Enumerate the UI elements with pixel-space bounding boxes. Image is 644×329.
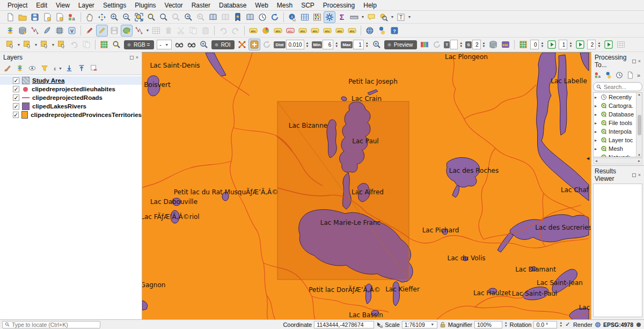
menu-layer[interactable]: Layer (74, 1, 99, 10)
add-polygon-feature-button[interactable] (121, 25, 133, 36)
expand-all-button[interactable] (64, 63, 75, 73)
zoom-last-button[interactable] (182, 11, 194, 23)
chevron-down-icon[interactable]: ▼ (17, 43, 21, 47)
menu-mesh[interactable]: Mesh (273, 1, 297, 10)
vertical-scrollbar[interactable]: ▲▼ (636, 93, 642, 157)
layer-visibility-checkbox[interactable]: ✓ (13, 103, 19, 109)
panel-float-icon[interactable] (632, 173, 636, 177)
radio-icon[interactable] (215, 43, 218, 47)
scp-zoom-to-preview-button[interactable] (371, 39, 383, 50)
unpin-labels-button[interactable] (284, 25, 296, 36)
layer-visibility-checkbox[interactable]: ✓ (13, 112, 19, 118)
chevron-down-icon[interactable]: ▼ (145, 28, 150, 32)
measure-button[interactable] (348, 11, 360, 23)
layer-item-clipedreprojectedroads[interactable]: ✓clipedreprojectedRoads (0, 93, 142, 102)
scroll-right-icon[interactable]: ► (638, 159, 641, 163)
panel-float-icon[interactable] (130, 56, 134, 60)
data-source-manager-button[interactable] (4, 25, 16, 36)
menu-web[interactable]: Web (251, 1, 272, 10)
move-label-button[interactable] (321, 25, 333, 36)
menu-raster[interactable]: Raster (187, 1, 215, 10)
scroll-down-icon[interactable]: ▼ (638, 153, 641, 157)
new-project-button[interactable] (4, 11, 16, 23)
panel-close-icon[interactable]: × (638, 60, 641, 63)
scp-zoom-preview-button[interactable] (198, 39, 210, 50)
pan-to-selection-button[interactable] (96, 11, 108, 23)
magnifier-value[interactable]: 100% (474, 321, 502, 328)
ssr-go-3-button[interactable] (603, 39, 614, 50)
new-temporary-scratch-layer-button[interactable] (54, 25, 65, 36)
menu-plugins[interactable]: Plugins (130, 1, 160, 10)
manage-map-themes-button[interactable] (27, 63, 38, 73)
expand-arrow-icon[interactable]: ▸ (595, 129, 599, 134)
scp-transparency-spin[interactable]: T▲▼ (444, 40, 464, 49)
locator-input[interactable] (12, 321, 92, 328)
scp-kml-button[interactable] (500, 39, 511, 50)
ssr-spin-2[interactable]: 2▲▼ (587, 40, 602, 49)
pin-labels-button[interactable] (272, 25, 284, 36)
text-annotation-button[interactable] (395, 11, 407, 23)
magnifier-stepper[interactable]: ▲▼ (504, 321, 507, 327)
remove-layer-button[interactable] (89, 63, 99, 73)
new-shapefile-layer-button[interactable] (29, 25, 41, 36)
run-feature-action-button[interactable] (378, 11, 390, 23)
panel-close-icon[interactable]: × (638, 173, 641, 177)
layer-labeling-options-button[interactable] (247, 25, 259, 36)
menu-project[interactable]: Project (3, 1, 32, 10)
radio-icon[interactable] (387, 43, 391, 47)
new-virtual-layer-button[interactable] (66, 25, 78, 36)
messages-icon[interactable] (635, 321, 642, 328)
select-by-location-button[interactable] (56, 39, 68, 50)
layer-visibility-checkbox[interactable]: ✓ (13, 86, 19, 92)
coordinate-value[interactable]: 1143444,-4278674 (314, 321, 374, 328)
ssr-grid-button[interactable] (517, 39, 529, 50)
python-console-button[interactable] (376, 25, 388, 36)
scp-preview-pointer-button[interactable] (111, 39, 122, 50)
processing-search[interactable] (593, 82, 642, 91)
select-by-form-button[interactable] (21, 39, 33, 50)
processing-group-recently[interactable]: ▸Recently (594, 93, 636, 101)
menu-edit[interactable]: Edit (32, 1, 52, 10)
processing-group-interpola[interactable]: ▸Interpola (594, 127, 636, 136)
zoom-to-layer-button[interactable] (158, 11, 170, 23)
processing-group-network[interactable]: ▸Network (594, 153, 636, 157)
expand-arrow-icon[interactable]: ▸ (595, 112, 599, 117)
extent-toggle-icon[interactable] (376, 321, 383, 328)
layer-item-clipedlakesrivers[interactable]: ✓clipedLakesRivers (0, 102, 142, 111)
open-layer-styling-button[interactable] (2, 63, 13, 73)
chevron-down-icon[interactable]: ▼ (390, 15, 394, 19)
python-models-button[interactable] (604, 70, 613, 80)
ssr-go-2-button[interactable] (574, 39, 586, 50)
open-project-button[interactable] (17, 11, 28, 23)
panel-close-icon[interactable]: × (136, 56, 138, 60)
toggle-editing-button[interactable] (96, 25, 108, 36)
temporal-controller-button[interactable] (257, 11, 268, 23)
processing-toolbox-button[interactable] (324, 11, 335, 23)
collapse-all-button[interactable] (76, 63, 87, 73)
scp-cumulative-stretch-button[interactable] (173, 39, 185, 50)
refresh-map-button[interactable] (269, 11, 281, 23)
zoom-full-button[interactable] (133, 11, 145, 23)
scroll-left-icon[interactable]: ◄ (595, 159, 598, 163)
scp-rgb-quick-button[interactable] (419, 39, 430, 50)
map-canvas[interactable]: Lac Saint-DenisBoisvertLac PlongeonPetit… (142, 52, 591, 319)
scp-std-stretch-button[interactable] (186, 39, 197, 50)
change-label-button[interactable] (346, 25, 358, 36)
show-sum-features-button[interactable] (336, 11, 348, 23)
vertex-tool-button[interactable] (133, 25, 145, 36)
deselect-features-button[interactable] (39, 39, 50, 50)
menu-vector[interactable]: Vector (160, 1, 187, 10)
expand-arrow-icon[interactable]: ▸ (595, 95, 599, 100)
crs-globe-icon[interactable] (595, 321, 601, 328)
scp-dist-spin[interactable]: Dist0.010▲▼ (274, 40, 310, 49)
processing-group-mesh[interactable]: ▸Mesh (594, 144, 636, 153)
pan-map-button[interactable] (84, 11, 96, 23)
expand-arrow-icon[interactable]: ▸ (595, 155, 599, 157)
layer-visibility-checkbox[interactable]: ✓ (13, 77, 19, 84)
processing-group-cartogra-[interactable]: ▸Cartogra. (594, 101, 636, 110)
scp-rgb-select[interactable]: -▼ (157, 40, 171, 49)
ssr-spin-1[interactable]: 1▲▼ (559, 40, 573, 49)
processing-group-file-tools[interactable]: ▸File tools (594, 119, 636, 127)
locator-box[interactable] (2, 321, 100, 328)
lock-icon[interactable] (440, 321, 446, 328)
